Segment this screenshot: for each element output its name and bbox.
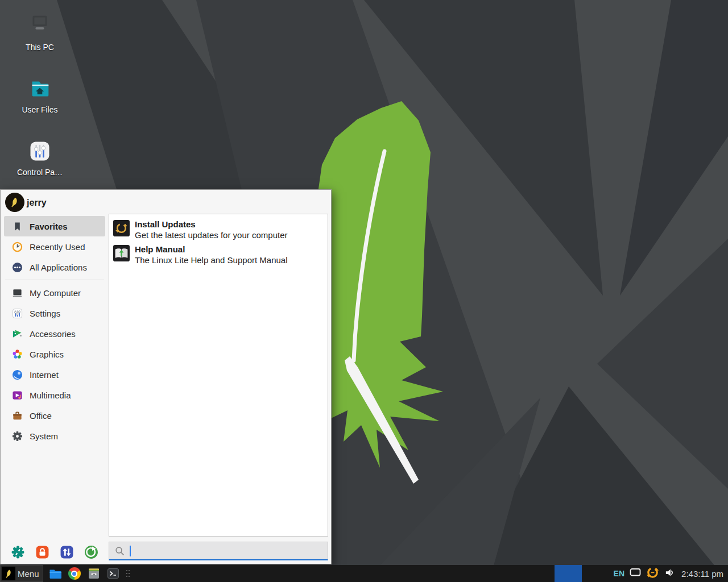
volume-icon[interactable] xyxy=(664,567,675,580)
desktop-icon-label: Control Pa… xyxy=(6,168,74,177)
desktop-icon-control-panel[interactable]: Control Pa… xyxy=(6,138,74,177)
computer-icon xyxy=(11,287,23,298)
sidebar-item-label: Multimedia xyxy=(30,390,71,400)
terminal-launcher[interactable] xyxy=(106,566,121,581)
grip-dots-icon xyxy=(125,567,131,580)
archive-launcher[interactable] xyxy=(86,566,101,581)
menu-item-install-updates[interactable]: Install Updates Get the latest updates f… xyxy=(112,217,325,242)
feather-icon xyxy=(9,196,21,209)
result-description: Get the latest updates for your computer xyxy=(135,230,287,240)
sidebar-separator xyxy=(5,280,104,280)
office-briefcase-icon xyxy=(11,410,23,421)
whisker-menu: jerry Favorites Recently Used xyxy=(0,189,332,564)
terminal-icon xyxy=(106,567,120,580)
menu-item-help-manual[interactable]: Help Manual The Linux Lite Help and Supp… xyxy=(112,242,325,267)
help-manual-icon xyxy=(113,245,130,261)
lock-screen-icon xyxy=(35,545,49,559)
sidebar-item-label: Office xyxy=(30,411,52,421)
menu-sidebar: Favorites Recently Used xyxy=(1,216,109,446)
file-manager-icon xyxy=(48,567,62,580)
system-tray: EN 2:43:11 pm xyxy=(614,566,728,581)
system-gear-icon xyxy=(11,430,23,442)
sidebar-item-settings[interactable]: Settings xyxy=(4,303,105,323)
sidebar-item-office[interactable]: Office xyxy=(4,405,105,426)
sidebar-item-label: Favorites xyxy=(30,222,68,231)
sidebar-item-label: System xyxy=(30,431,58,441)
sidebar-item-label: Graphics xyxy=(30,350,64,359)
menu-action-bar xyxy=(1,543,109,560)
result-title: Install Updates xyxy=(135,219,287,230)
lock-screen-button[interactable] xyxy=(35,544,49,559)
search-icon xyxy=(115,546,125,556)
result-description: The Linux Lite Help and Support Manual xyxy=(135,255,288,265)
workspace-switcher[interactable] xyxy=(555,565,582,582)
bookmark-icon xyxy=(11,221,23,232)
text-caret xyxy=(130,546,131,556)
desktop-icon-label: User Files xyxy=(6,105,74,114)
sidebar-item-accessories[interactable]: Accessories xyxy=(4,323,105,344)
result-title: Help Manual xyxy=(135,244,288,255)
sidebar-item-multimedia[interactable]: Multimedia xyxy=(4,385,105,405)
accessories-icon xyxy=(11,328,23,339)
desktop-icon-label: This PC xyxy=(6,43,74,52)
sidebar-item-label: Settings xyxy=(30,309,60,318)
sidebar-item-system[interactable]: System xyxy=(4,426,105,446)
menu-button[interactable]: Menu xyxy=(0,565,43,582)
multimedia-icon xyxy=(11,389,23,401)
panel-handle[interactable] xyxy=(125,567,131,580)
keyboard-layout-indicator[interactable]: EN xyxy=(614,569,624,578)
clock[interactable]: 2:43:11 pm xyxy=(680,569,723,579)
sidebar-item-recently-used[interactable]: Recently Used xyxy=(4,236,105,257)
desktop-icon-user-files[interactable]: User Files xyxy=(6,75,74,114)
file-manager-launcher[interactable] xyxy=(48,566,63,581)
control-panel-icon xyxy=(6,138,74,165)
graphics-icon xyxy=(11,348,23,360)
desktop-icon-this-pc[interactable]: This PC xyxy=(6,13,74,52)
username: jerry xyxy=(27,190,47,215)
sidebar-item-graphics[interactable]: Graphics xyxy=(4,344,105,364)
sidebar-item-label: Internet xyxy=(30,370,59,380)
chrome-launcher[interactable] xyxy=(67,566,82,581)
user-avatar[interactable] xyxy=(5,193,24,212)
linux-lite-logo-icon xyxy=(2,567,15,580)
home-folder-icon xyxy=(6,75,74,102)
logout-icon xyxy=(84,545,98,559)
all-applications-icon xyxy=(11,261,23,273)
settings-manager-icon xyxy=(11,545,25,559)
internet-globe-icon xyxy=(11,369,23,380)
menu-search-field[interactable] xyxy=(109,542,328,560)
search-input[interactable] xyxy=(136,546,328,556)
install-updates-icon xyxy=(113,220,130,236)
sidebar-item-all-applications[interactable]: All Applications xyxy=(4,257,105,277)
switch-user-button[interactable] xyxy=(60,544,75,559)
sidebar-item-internet[interactable]: Internet xyxy=(4,364,105,385)
menu-results-panel: Install Updates Get the latest updates f… xyxy=(109,214,328,537)
sidebar-item-label: All Applications xyxy=(30,263,87,272)
recent-clock-icon xyxy=(11,241,23,252)
settings-sliders-icon xyxy=(11,307,23,319)
logout-button[interactable] xyxy=(84,544,99,559)
sidebar-item-label: Recently Used xyxy=(30,242,85,252)
desktop: This PC User Files xyxy=(0,0,728,582)
computer-icon xyxy=(6,13,74,40)
update-notifier-icon[interactable] xyxy=(646,566,659,581)
menu-header: jerry xyxy=(1,190,331,215)
sidebar-item-label: My Computer xyxy=(30,288,81,298)
taskbar: Menu xyxy=(0,565,728,582)
sidebar-item-label: Accessories xyxy=(30,329,76,339)
settings-manager-button[interactable] xyxy=(10,544,25,559)
switch-user-icon xyxy=(60,545,74,559)
menu-button-label: Menu xyxy=(18,569,39,579)
display-icon[interactable] xyxy=(630,568,641,579)
chrome-icon xyxy=(68,567,81,580)
sidebar-item-my-computer[interactable]: My Computer xyxy=(4,282,105,303)
archive-icon xyxy=(87,567,101,580)
sidebar-item-favorites[interactable]: Favorites xyxy=(4,216,105,236)
